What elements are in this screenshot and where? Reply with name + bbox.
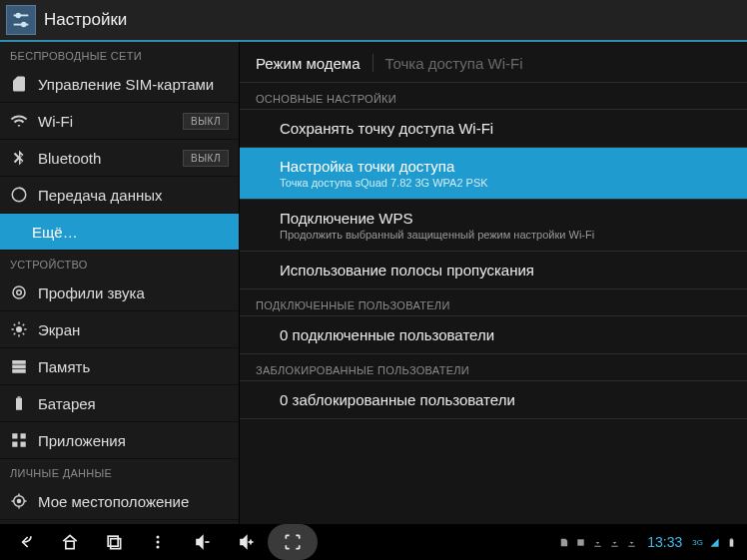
sidebar-label: Мое местоположение (38, 493, 229, 510)
item-bandwidth[interactable]: Использование полосы пропускания (240, 252, 747, 289)
download-icon (626, 537, 637, 548)
storage-icon (10, 357, 28, 375)
volume-up-button[interactable] (224, 524, 268, 560)
item-subtitle: Точка доступа sQuad 7.82 3G WPA2 PSK (280, 177, 731, 189)
recent-apps-button[interactable] (92, 524, 136, 560)
svg-rect-16 (21, 442, 26, 447)
sidebar-item-location[interactable]: Мое местоположение (0, 483, 239, 520)
wifi-toggle[interactable]: ВЫКЛ (183, 113, 229, 130)
breadcrumb-modem[interactable]: Режим модема (256, 55, 361, 72)
item-connected-users[interactable]: 0 подключенные пользователи (240, 316, 747, 354)
sidebar-item-storage[interactable]: Память (0, 348, 239, 385)
sidebar-label: Передача данных (38, 187, 229, 204)
svg-point-1 (16, 14, 20, 18)
home-button[interactable] (48, 524, 92, 560)
sidebar-item-more[interactable]: Ещё… (0, 214, 239, 251)
apps-icon (10, 431, 28, 449)
location-icon (10, 492, 28, 510)
audio-icon (10, 283, 28, 301)
status-tray[interactable]: 13:33 3G (558, 534, 743, 550)
sidebar-item-battery[interactable]: Батарея (0, 385, 239, 422)
sidebar-item-display[interactable]: Экран (0, 311, 239, 348)
volume-down-button[interactable] (180, 524, 224, 560)
settings-icon (6, 5, 36, 35)
sidebar-label: Приложения (38, 432, 229, 449)
sidebar-label: Управление SIM-картами (38, 76, 229, 93)
svg-rect-32 (578, 539, 584, 545)
section-main-settings: ОСНОВНЫЕ НАСТРОЙКИ (240, 83, 747, 110)
svg-rect-9 (12, 365, 26, 369)
battery-status-icon (726, 537, 737, 548)
display-icon (10, 320, 28, 338)
breadcrumb-hotspot: Точка доступа Wi-Fi (385, 55, 523, 72)
signal-icon (709, 537, 720, 548)
sidebar-label: Ещё… (32, 224, 229, 241)
notification-icon (575, 537, 586, 548)
svg-rect-8 (12, 360, 26, 364)
svg-point-27 (157, 541, 160, 544)
item-wps[interactable]: Подключение WPS Продолжить выбранный защ… (240, 200, 747, 252)
status-clock: 13:33 (647, 534, 682, 550)
breadcrumb-separator (373, 54, 374, 72)
svg-rect-23 (66, 541, 74, 549)
svg-rect-25 (111, 539, 121, 549)
sidebar-item-sim[interactable]: Управление SIM-картами (0, 66, 239, 103)
sidebar-section-wireless: БЕСПРОВОДНЫЕ СЕТИ (0, 42, 239, 66)
svg-rect-15 (12, 442, 17, 447)
download-icon (609, 537, 620, 548)
sidebar-section-personal: ЛИЧНЫЕ ДАННЫЕ (0, 459, 239, 483)
svg-point-7 (16, 326, 22, 332)
sidebar-label: Wi-Fi (38, 113, 183, 130)
bluetooth-icon (10, 149, 28, 167)
item-title: 0 подключенные пользователи (280, 326, 731, 343)
svg-point-6 (13, 286, 25, 298)
svg-rect-33 (730, 539, 734, 546)
sidebar-item-wifi[interactable]: Wi-Fi ВЫКЛ (0, 103, 239, 140)
svg-rect-14 (21, 433, 26, 438)
sidebar-item-bluetooth[interactable]: Bluetooth ВЫКЛ (0, 140, 239, 177)
section-connected-users: ПОДКЛЮЧЕННЫЕ ПОЛЬЗОВАТЕЛИ (240, 289, 747, 316)
mobile-data-indicator: 3G (692, 538, 703, 547)
sd-card-icon (558, 537, 569, 548)
sidebar-section-device: УСТРОЙСТВО (0, 251, 239, 275)
item-title: Использование полосы пропускания (280, 262, 731, 279)
data-usage-icon (10, 186, 28, 204)
screenshot-button[interactable] (268, 524, 318, 560)
svg-rect-11 (16, 398, 22, 410)
svg-point-28 (157, 546, 160, 549)
bluetooth-toggle[interactable]: ВЫКЛ (183, 150, 229, 167)
sidebar-label: Bluetooth (38, 150, 183, 167)
sidebar-label: Профили звука (38, 284, 229, 301)
svg-point-3 (22, 23, 26, 27)
sidebar-label: Память (38, 358, 229, 375)
svg-rect-10 (12, 369, 26, 373)
svg-rect-24 (108, 536, 118, 546)
item-keep-hotspot[interactable]: Сохранять точку доступа Wi-Fi (240, 110, 747, 148)
item-setup-hotspot[interactable]: Настройка точки доступа Точка доступа sQ… (240, 148, 747, 200)
screen: Настройки БЕСПРОВОДНЫЕ СЕТИ Управление S… (0, 0, 747, 560)
svg-rect-13 (12, 433, 17, 438)
section-blocked-users: ЗАБЛОКИРОВАННЫЕ ПОЛЬЗОВАТЕЛИ (240, 354, 747, 381)
back-button[interactable] (4, 524, 48, 560)
item-title: 0 заблокированные пользователи (280, 391, 731, 408)
svg-point-26 (157, 536, 160, 539)
sidebar-item-audio[interactable]: Профили звука (0, 275, 239, 311)
item-subtitle: Продолжить выбранный защищенный режим на… (280, 229, 731, 241)
download-icon (592, 537, 603, 548)
system-nav-bar: 13:33 3G (0, 524, 747, 560)
item-title: Сохранять точку доступа Wi-Fi (280, 120, 731, 137)
svg-point-18 (18, 500, 21, 503)
settings-content: Режим модема Точка доступа Wi-Fi ОСНОВНЫ… (240, 42, 747, 524)
sim-icon (10, 75, 28, 93)
settings-sidebar: БЕСПРОВОДНЫЕ СЕТИ Управление SIM-картами… (0, 42, 240, 524)
svg-point-5 (17, 290, 22, 295)
app-title: Настройки (44, 10, 127, 30)
sidebar-item-apps[interactable]: Приложения (0, 422, 239, 459)
sidebar-label: Батарея (38, 395, 229, 412)
item-blocked-users[interactable]: 0 заблокированные пользователи (240, 381, 747, 419)
svg-rect-34 (731, 538, 733, 539)
sidebar-item-data-usage[interactable]: Передача данных (0, 177, 239, 214)
app-bar: Настройки (0, 0, 747, 42)
menu-button[interactable] (136, 524, 180, 560)
item-title: Подключение WPS (280, 210, 731, 227)
